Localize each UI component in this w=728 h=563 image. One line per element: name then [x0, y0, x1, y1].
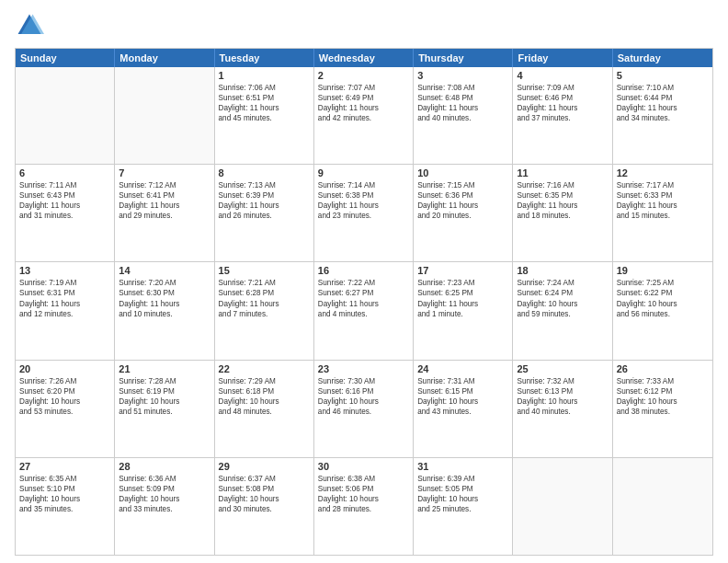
- cell-line: Daylight: 10 hours: [517, 299, 608, 309]
- day-cell-21: 21Sunrise: 7:28 AMSunset: 6:19 PMDayligh…: [115, 361, 214, 457]
- day-cell-9: 9Sunrise: 7:14 AMSunset: 6:38 PMDaylight…: [314, 165, 414, 261]
- cell-line: Sunset: 6:49 PM: [318, 93, 409, 103]
- day-cell-10: 10Sunrise: 7:15 AMSunset: 6:36 PMDayligh…: [414, 165, 513, 261]
- day-cell-5: 5Sunrise: 7:10 AMSunset: 6:44 PMDaylight…: [613, 67, 712, 164]
- cell-line: and 46 minutes.: [318, 407, 409, 417]
- cell-line: and 28 minutes.: [318, 504, 409, 514]
- cell-line: and 18 minutes.: [517, 211, 608, 221]
- cell-line: Sunrise: 7:11 AM: [19, 180, 110, 190]
- cell-line: Sunset: 6:13 PM: [517, 386, 608, 396]
- cell-line: and 29 minutes.: [119, 211, 210, 221]
- cell-line: Daylight: 10 hours: [517, 396, 608, 407]
- day-cell-16: 16Sunrise: 7:22 AMSunset: 6:27 PMDayligh…: [314, 262, 414, 359]
- cell-line: Daylight: 11 hours: [318, 103, 409, 113]
- day-number: 11: [517, 167, 608, 178]
- cell-line: Daylight: 10 hours: [219, 396, 310, 407]
- day-cell-19: 19Sunrise: 7:25 AMSunset: 6:22 PMDayligh…: [613, 262, 712, 359]
- day-cell-22: 22Sunrise: 7:29 AMSunset: 6:18 PMDayligh…: [215, 361, 314, 457]
- cell-line: Sunrise: 7:06 AM: [219, 83, 310, 93]
- day-cell-17: 17Sunrise: 7:23 AMSunset: 6:25 PMDayligh…: [414, 262, 513, 359]
- cell-line: and 40 minutes.: [517, 407, 608, 417]
- cell-line: Sunrise: 7:08 AM: [417, 83, 508, 93]
- cell-line: Sunset: 6:27 PM: [318, 288, 409, 298]
- cell-line: Sunrise: 7:12 AM: [119, 180, 210, 190]
- cell-line: Sunset: 6:35 PM: [517, 190, 608, 201]
- header-day-monday: Monday: [115, 49, 214, 67]
- day-number: 20: [19, 363, 110, 374]
- cell-line: Sunrise: 7:16 AM: [517, 180, 608, 190]
- day-number: 23: [318, 363, 409, 374]
- day-number: 19: [617, 265, 709, 276]
- day-number: 4: [517, 70, 608, 81]
- cell-line: Sunset: 6:16 PM: [318, 386, 409, 396]
- cell-line: Sunrise: 7:21 AM: [219, 278, 310, 288]
- header-day-thursday: Thursday: [414, 49, 513, 67]
- calendar-week-1: 1Sunrise: 7:06 AMSunset: 6:51 PMDaylight…: [16, 67, 712, 164]
- header-day-friday: Friday: [513, 49, 612, 67]
- cell-line: Sunset: 5:06 PM: [318, 484, 409, 494]
- cell-line: and 56 minutes.: [617, 309, 709, 319]
- day-number: 9: [318, 167, 409, 178]
- cell-line: Sunrise: 6:39 AM: [417, 474, 508, 484]
- cell-line: Daylight: 10 hours: [19, 494, 110, 504]
- day-number: 17: [417, 265, 508, 276]
- calendar-week-4: 20Sunrise: 7:26 AMSunset: 6:20 PMDayligh…: [16, 360, 712, 457]
- day-number: 2: [318, 70, 409, 81]
- cell-line: and 42 minutes.: [318, 113, 409, 123]
- cell-line: Sunrise: 7:25 AM: [617, 278, 709, 288]
- cell-line: and 48 minutes.: [219, 407, 310, 417]
- cell-line: Sunset: 6:18 PM: [219, 386, 310, 396]
- day-number: 12: [617, 167, 709, 178]
- cell-line: Sunset: 6:22 PM: [617, 288, 709, 298]
- cell-line: Daylight: 10 hours: [318, 396, 409, 407]
- cell-line: and 25 minutes.: [417, 504, 508, 514]
- day-cell-13: 13Sunrise: 7:19 AMSunset: 6:31 PMDayligh…: [16, 262, 115, 359]
- cell-line: and 20 minutes.: [417, 211, 508, 221]
- cell-line: and 51 minutes.: [119, 407, 210, 417]
- cell-line: and 7 minutes.: [219, 309, 310, 319]
- cell-line: Sunset: 6:24 PM: [517, 288, 608, 298]
- cell-line: Sunset: 6:15 PM: [417, 386, 508, 396]
- cell-line: Sunset: 5:08 PM: [219, 484, 310, 494]
- cell-line: Daylight: 11 hours: [517, 201, 608, 211]
- cell-line: Sunset: 6:28 PM: [219, 288, 310, 298]
- day-cell-25: 25Sunrise: 7:32 AMSunset: 6:13 PMDayligh…: [513, 361, 612, 457]
- day-number: 10: [417, 167, 508, 178]
- cell-line: Sunset: 6:46 PM: [517, 93, 608, 103]
- header: [15, 11, 713, 40]
- calendar: SundayMondayTuesdayWednesdayThursdayFrid…: [15, 48, 713, 556]
- cell-line: Sunset: 6:41 PM: [119, 190, 210, 201]
- cell-line: Daylight: 11 hours: [417, 201, 508, 211]
- day-number: 26: [617, 363, 709, 374]
- cell-line: Daylight: 11 hours: [318, 201, 409, 211]
- cell-line: Sunset: 6:51 PM: [219, 93, 310, 103]
- cell-line: and 26 minutes.: [219, 211, 310, 221]
- day-number: 14: [119, 265, 210, 276]
- cell-line: Sunrise: 7:33 AM: [617, 376, 709, 386]
- cell-line: Sunrise: 7:17 AM: [617, 180, 709, 190]
- cell-line: and 40 minutes.: [417, 113, 508, 123]
- cell-line: Sunrise: 7:07 AM: [318, 83, 409, 93]
- cell-line: Daylight: 11 hours: [617, 201, 709, 211]
- day-cell-2: 2Sunrise: 7:07 AMSunset: 6:49 PMDaylight…: [314, 67, 414, 164]
- header-day-sunday: Sunday: [16, 49, 115, 67]
- day-number: 29: [219, 461, 310, 472]
- cell-line: Daylight: 10 hours: [219, 494, 310, 504]
- day-number: 31: [417, 461, 508, 472]
- cell-line: Daylight: 10 hours: [19, 396, 110, 407]
- cell-line: and 23 minutes.: [318, 211, 409, 221]
- cell-line: and 37 minutes.: [517, 113, 608, 123]
- logo-icon: [15, 11, 44, 40]
- day-cell-31: 31Sunrise: 6:39 AMSunset: 5:05 PMDayligh…: [414, 458, 513, 555]
- cell-line: Daylight: 11 hours: [617, 103, 709, 113]
- day-number: 1: [219, 70, 310, 81]
- cell-line: Sunset: 6:20 PM: [19, 386, 110, 396]
- cell-line: Daylight: 11 hours: [19, 299, 110, 309]
- cell-line: and 12 minutes.: [19, 309, 110, 319]
- day-number: 3: [417, 70, 508, 81]
- day-cell-27: 27Sunrise: 6:35 AMSunset: 5:10 PMDayligh…: [16, 458, 115, 555]
- cell-line: Sunrise: 7:20 AM: [119, 278, 210, 288]
- day-number: 6: [19, 167, 110, 178]
- cell-line: and 4 minutes.: [318, 309, 409, 319]
- calendar-body: 1Sunrise: 7:06 AMSunset: 6:51 PMDaylight…: [16, 67, 712, 555]
